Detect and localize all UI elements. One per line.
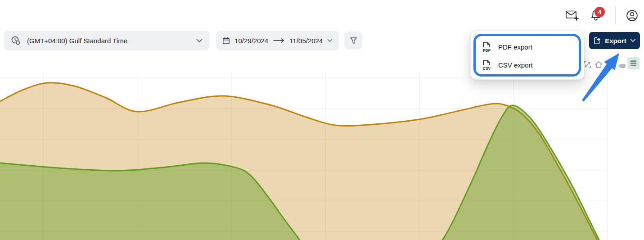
date-range-start: 10/29/2024 — [234, 37, 268, 45]
export-menu-items: PDF PDF export CSV CSV export — [471, 38, 584, 74]
timezone-select[interactable]: (GMT+04:00) Gulf Standard Time — [4, 31, 210, 50]
menu-item-label: CSV export — [498, 61, 533, 69]
account-button[interactable] — [625, 8, 639, 23]
new-message-button[interactable] — [565, 8, 579, 23]
date-range-end: 11/05/2024 — [289, 37, 323, 45]
chevron-down-icon — [196, 39, 203, 43]
chart-selection-zoom-button[interactable] — [583, 60, 592, 69]
date-range-picker[interactable]: 10/29/2024 11/05/2024 — [216, 31, 339, 50]
export-icon — [593, 36, 601, 45]
dashboard-page: { "header": { "notification_count": "4",… — [0, 0, 644, 240]
menu-icon — [630, 59, 637, 67]
export-button-label: Export — [605, 37, 626, 45]
menu-item-csv-export[interactable]: CSV CSV export — [471, 56, 584, 74]
pan-icon — [617, 63, 626, 69]
chart-pan-button[interactable] — [617, 61, 626, 70]
export-dropdown-menu: PDF PDF export CSV CSV export — [470, 31, 584, 80]
pdf-icon-text: PDF — [483, 48, 491, 53]
export-button[interactable]: Export — [589, 32, 640, 49]
chevron-down-icon — [327, 39, 333, 42]
notification-count: 4 — [598, 9, 601, 15]
chevron-down-icon — [630, 39, 636, 42]
menu-item-pdf-export[interactable]: PDF PDF export — [471, 38, 584, 56]
header-divider — [615, 6, 616, 24]
area-chart-svg — [0, 72, 644, 240]
arrow-right-icon — [273, 38, 285, 43]
chart-menu-button[interactable] — [627, 57, 639, 69]
timezone-clock-icon — [11, 36, 21, 45]
calendar-icon — [222, 36, 230, 45]
mail-plus-icon — [565, 9, 579, 22]
filter-funnel-icon — [349, 36, 358, 45]
pdf-file-icon: PDF — [482, 41, 491, 53]
csv-file-icon: CSV — [482, 59, 491, 71]
menu-item-label: PDF export — [498, 43, 532, 51]
selection-zoom-icon — [583, 60, 592, 69]
chart-home-reset-button[interactable] — [594, 60, 603, 69]
account-icon — [626, 9, 639, 22]
home-icon — [594, 60, 603, 69]
filter-button[interactable] — [344, 32, 362, 50]
notification-count-badge: 4 — [594, 7, 605, 17]
csv-icon-text: CSV — [483, 66, 491, 71]
timezone-value: (GMT+04:00) Gulf Standard Time — [27, 37, 196, 45]
